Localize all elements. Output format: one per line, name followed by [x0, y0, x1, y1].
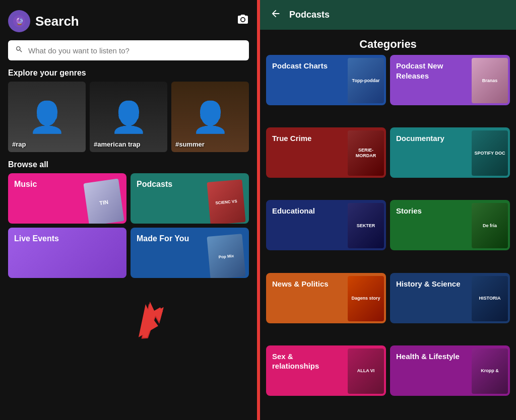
- cat-card-news[interactable]: News & Politics Dagens story: [266, 273, 386, 323]
- right-panel: Podcasts Categories Podcast Charts Topp-…: [260, 0, 516, 420]
- cat-card-true-crime[interactable]: True Crime SERIE-MORDAR: [266, 127, 386, 178]
- cat-label-news: News & Politics: [272, 279, 329, 289]
- cat-art-true-crime: SERIE-MORDAR: [348, 130, 384, 176]
- right-header: Podcasts: [260, 0, 516, 30]
- red-arrow: [120, 290, 177, 349]
- cat-art-history: HISTORIA: [472, 276, 508, 321]
- browse-card-music[interactable]: Music TIN: [8, 173, 126, 224]
- browse-card-live[interactable]: Live Events: [8, 228, 126, 278]
- art-alla-vi: ALLA VI: [348, 348, 384, 394]
- search-icon: [15, 45, 23, 55]
- categories-grid: Podcast Charts Topp-poddar Podcast New R…: [260, 55, 516, 420]
- cat-card-documentary[interactable]: Documentary SPOTIFY DOC: [390, 127, 510, 178]
- browse-label-made: Made For You: [137, 234, 189, 243]
- cat-art-charts: Topp-poddar: [348, 58, 384, 103]
- cat-label-charts: Podcast Charts: [272, 61, 328, 71]
- genre-card-summer[interactable]: 👤 #summer: [171, 82, 249, 152]
- art-kropp: Kropp &: [472, 348, 508, 394]
- cat-art-stories: De fria: [472, 203, 508, 248]
- cat-card-educational[interactable]: Educational SEKTER: [266, 200, 386, 250]
- art-de-fria: De fria: [472, 203, 508, 248]
- genres-section: Explore your genres 👤 #rap 👤 #american t…: [8, 68, 249, 152]
- cat-card-charts[interactable]: Podcast Charts Topp-poddar: [266, 55, 386, 105]
- genre-card-rap[interactable]: 👤 #rap: [8, 82, 86, 152]
- browse-label-music: Music: [14, 179, 37, 189]
- app-logo: 🔮: [8, 10, 30, 32]
- page-title: Search: [35, 14, 79, 29]
- music-thumbnail: TIN: [83, 179, 124, 224]
- cat-art-documentary: SPOTIFY DOC: [472, 130, 508, 176]
- cat-label-true-crime: True Crime: [272, 133, 311, 144]
- cat-card-history[interactable]: History & Science HISTORIA: [390, 273, 510, 323]
- cat-label-educational: Educational: [272, 206, 315, 216]
- cat-art-new-releases: Branas: [472, 58, 508, 103]
- art-topppoddar: Topp-poddar: [348, 58, 384, 103]
- browse-section: Browse all Music TIN Podcasts SCIENC VS …: [8, 160, 249, 278]
- genre-label-summer: #summer: [175, 141, 205, 148]
- art-historia: HISTORIA: [472, 276, 508, 321]
- cat-card-health[interactable]: Health & Lifestyle Kropp &: [390, 345, 510, 396]
- back-button[interactable]: [270, 8, 281, 22]
- cat-art-health: Kropp &: [472, 348, 508, 394]
- genre-card-trap[interactable]: 👤 #american trap: [90, 82, 167, 152]
- browse-grid: Music TIN Podcasts SCIENC VS Live Events…: [8, 173, 249, 278]
- search-bar[interactable]: [8, 40, 249, 60]
- left-header: 🔮 Search: [8, 10, 249, 32]
- cat-label-sex: Sex & relationships: [272, 352, 337, 371]
- genre-label-trap: #american trap: [94, 141, 141, 148]
- browse-card-made[interactable]: Made For You Pop Mix: [131, 228, 249, 278]
- browse-label-live: Live Events: [14, 234, 59, 243]
- browse-label-podcasts: Podcasts: [137, 179, 172, 189]
- art-sekter: SEKTER: [348, 203, 384, 248]
- art-spotify-doc: SPOTIFY DOC: [472, 130, 508, 176]
- made-thumbnail: Pop Mix: [207, 234, 245, 278]
- genre-label-rap: #rap: [12, 141, 26, 148]
- podcasts-thumbnail: SCIENC VS: [207, 179, 245, 224]
- cat-card-stories[interactable]: Stories De fria: [390, 200, 510, 250]
- cat-label-stories: Stories: [396, 206, 422, 216]
- art-dagens: Dagens story: [348, 276, 384, 321]
- genre-grid: 👤 #rap 👤 #american trap 👤 #summer: [8, 82, 249, 152]
- browse-card-podcasts[interactable]: Podcasts SCIENC VS: [131, 173, 249, 224]
- cat-label-documentary: Documentary: [396, 133, 444, 144]
- genres-label: Explore your genres: [8, 68, 249, 78]
- cat-art-news: Dagens story: [348, 276, 384, 321]
- header-left: 🔮 Search: [8, 10, 79, 32]
- cat-label-new-releases: Podcast New Releases: [396, 61, 461, 81]
- cat-card-sex[interactable]: Sex & relationships ALLA VI: [266, 345, 386, 396]
- camera-icon[interactable]: [237, 14, 249, 29]
- search-input[interactable]: [28, 46, 242, 55]
- categories-heading: Categories: [260, 30, 516, 55]
- cat-art-sex: ALLA VI: [348, 348, 384, 394]
- art-branas: Branas: [472, 58, 508, 103]
- left-panel: 🔮 Search Explore your genres 👤 #rap: [0, 0, 257, 420]
- cat-card-new-releases[interactable]: Podcast New Releases Branas: [390, 55, 510, 105]
- right-title: Podcasts: [289, 10, 330, 20]
- svg-text:🔮: 🔮: [15, 17, 24, 26]
- cat-label-health: Health & Lifestyle: [396, 352, 460, 362]
- cat-label-history: History & Science: [396, 279, 461, 289]
- art-seriemordar: SERIE-MORDAR: [348, 130, 384, 176]
- cat-art-educational: SEKTER: [348, 203, 384, 248]
- browse-label: Browse all: [8, 160, 249, 169]
